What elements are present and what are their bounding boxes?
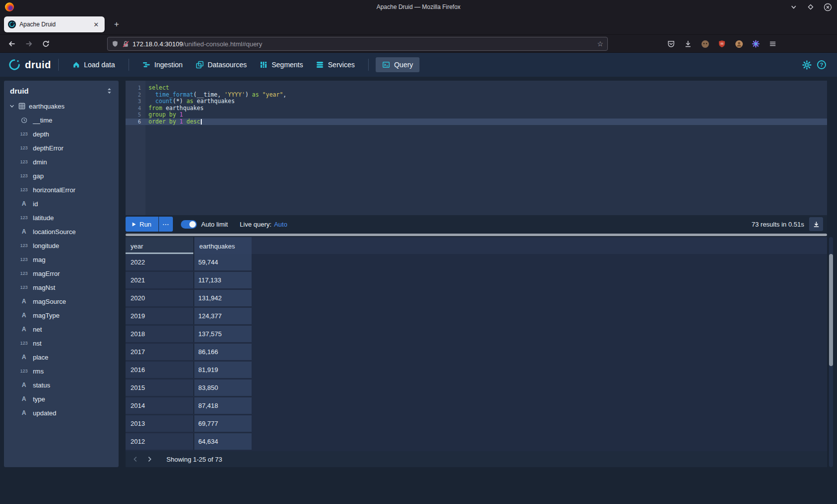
run-more-button[interactable]: ⋯ [159,217,173,232]
sidebar-column-updated[interactable]: Aupdated [4,406,119,420]
table-cell[interactable]: 87,418 [194,397,252,414]
sidebar-column-mag[interactable]: 123mag [4,252,119,266]
forward-button[interactable] [22,37,36,51]
menu-hamburger-icon[interactable] [766,37,779,50]
sidebar-column-depthError[interactable]: 123depthError [4,141,119,155]
window-minimize-button[interactable] [788,1,799,12]
table-cell[interactable]: 59,744 [194,254,252,270]
editor-code[interactable]: select time_format(__time, 'YYYY') as "y… [145,81,827,215]
table-cell[interactable]: 2014 [126,397,194,414]
previous-page-button[interactable] [129,452,142,466]
url-bar[interactable]: 172.18.0.4:30109/unified-console.html#qu… [107,37,608,51]
table-cell[interactable]: 117,133 [194,272,252,288]
sql-editor[interactable]: 123456 select time_format(__time, 'YYYY'… [126,81,827,215]
table-row[interactable]: 2018137,575 [126,326,827,342]
ublock-shield-icon[interactable] [715,37,728,50]
table-cell[interactable]: 2017 [126,344,194,360]
table-cell[interactable]: 2013 [126,415,194,432]
druid-logo[interactable]: druid [8,58,51,71]
sidebar-column-dmin[interactable]: 123dmin [4,155,119,169]
help-icon[interactable]: ? [814,57,829,72]
profile-avatar-icon[interactable] [732,37,745,50]
vertical-scrollbar-thumb[interactable] [829,254,833,366]
chevron-down-icon[interactable] [9,103,15,109]
tracking-shield-icon[interactable] [112,40,119,47]
sidebar-column-depth[interactable]: 123depth [4,127,119,141]
table-cell[interactable]: 81,919 [194,362,252,378]
sidebar-column-status[interactable]: Astatus [4,378,119,392]
nav-item-load-data[interactable]: Load data [66,57,122,72]
sidebar-column-magSource[interactable]: AmagSource [4,294,119,308]
nav-item-query[interactable]: Query [376,57,419,72]
table-cell[interactable]: 69,777 [194,415,252,432]
run-button[interactable]: Run [126,217,158,232]
table-cell[interactable]: 2020 [126,290,194,306]
sidebar-column-rms[interactable]: 123rms [4,364,119,378]
download-results-button[interactable] [809,217,823,231]
live-query-value[interactable]: Auto [274,221,287,228]
table-cell[interactable]: 83,850 [194,379,252,396]
window-close-button[interactable] [822,1,833,12]
extension-monkey-icon[interactable] [698,37,711,50]
table-row[interactable]: 202259,744 [126,254,827,270]
sidebar-column-magType[interactable]: AmagType [4,308,119,322]
save-to-pocket-icon[interactable] [665,37,678,50]
nav-item-services[interactable]: Services [309,57,361,72]
downloads-icon[interactable] [682,37,695,50]
table-cell[interactable]: 2018 [126,326,194,342]
table-cell[interactable]: 64,634 [194,433,252,450]
table-row[interactable]: 201786,166 [126,344,827,360]
horizontal-scrollbar-thumb[interactable] [126,234,827,236]
settings-gear-icon[interactable] [799,57,814,72]
datasource-earthquakes[interactable]: earthquakes [4,99,119,113]
table-cell[interactable]: 2021 [126,272,194,288]
nav-item-ingestion[interactable]: Ingestion [136,57,189,72]
back-button[interactable] [5,37,19,51]
sidebar-column-type[interactable]: Atype [4,392,119,406]
table-row[interactable]: 201487,418 [126,397,827,414]
nav-item-segments[interactable]: Segments [253,57,309,72]
sidebar-column-horizontalError[interactable]: 123horizontalError [4,183,119,197]
tab-close-icon[interactable]: ✕ [92,21,101,28]
table-row[interactable]: 2020131,942 [126,290,827,306]
table-cell[interactable]: 2015 [126,379,194,396]
sidebar-column-gap[interactable]: 123gap [4,169,119,183]
insecure-lock-icon[interactable] [122,40,130,48]
sidebar-column-__time[interactable]: __time [4,113,119,127]
table-cell[interactable]: 131,942 [194,290,252,306]
nav-item-datasources[interactable]: Datasources [189,57,254,72]
sidebar-column-id[interactable]: Aid [4,197,119,211]
auto-limit-toggle[interactable] [181,220,197,229]
table-cell[interactable]: 86,166 [194,344,252,360]
new-tab-button[interactable]: + [111,18,123,30]
table-cell[interactable]: 2016 [126,362,194,378]
table-cell[interactable]: 2022 [126,254,194,270]
pinwheel-extension-icon[interactable] [749,37,762,50]
table-row[interactable]: 201681,919 [126,362,827,378]
sidebar-column-place[interactable]: Aplace [4,350,119,364]
bookmark-star-icon[interactable]: ☆ [597,40,603,48]
table-row[interactable]: 2019124,377 [126,308,827,324]
reload-button[interactable] [39,37,53,51]
sidebar-column-nst[interactable]: 123nst [4,336,119,350]
window-maximize-button[interactable] [805,1,816,12]
sidebar-column-net[interactable]: Anet [4,322,119,336]
table-cell[interactable]: 137,575 [194,326,252,342]
sidebar-column-magError[interactable]: 123magError [4,266,119,280]
table-row[interactable]: 201583,850 [126,379,827,396]
table-cell[interactable]: 2012 [126,433,194,450]
sidebar-column-locationSource[interactable]: AlocationSource [4,225,119,239]
next-page-button[interactable] [142,452,156,466]
sidebar-column-longitude[interactable]: 123longitude [4,239,119,252]
tab-apache-druid[interactable]: Apache Druid ✕ [4,16,105,32]
table-row[interactable]: 2021117,133 [126,272,827,288]
table-cell[interactable]: 2019 [126,308,194,324]
table-cell[interactable]: 124,377 [194,308,252,324]
column-header-year[interactable]: year [126,237,194,254]
sidebar-column-magNst[interactable]: 123magNst [4,280,119,294]
schema-selector[interactable]: druid [4,81,119,99]
table-row[interactable]: 201369,777 [126,415,827,432]
table-row[interactable]: 201264,634 [126,433,827,450]
sidebar-column-latitude[interactable]: 123latitude [4,211,119,225]
column-header-earthquakes[interactable]: earthquakes [194,237,252,254]
